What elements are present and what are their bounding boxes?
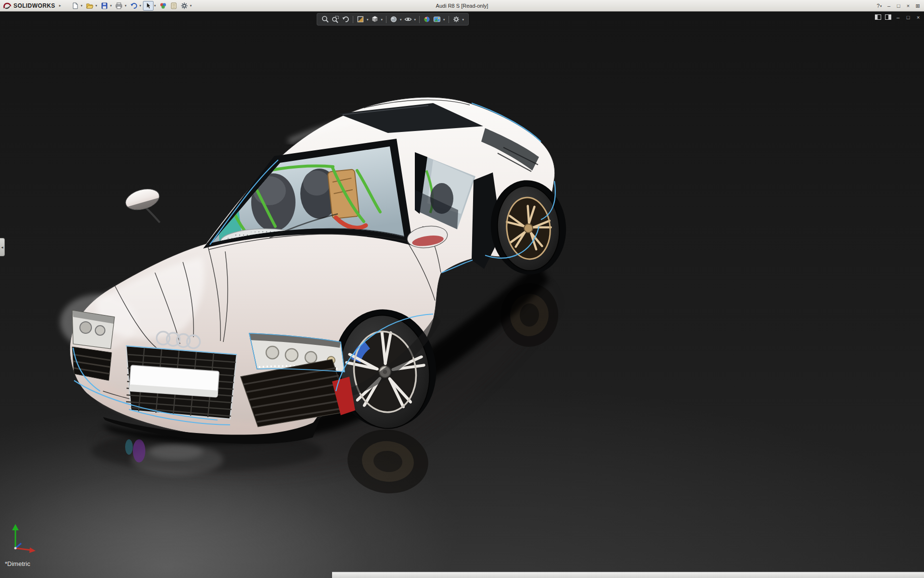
- zoom-fit-icon: [321, 15, 329, 23]
- options-gear-icon: [180, 2, 188, 10]
- edit-appearance-button[interactable]: [422, 14, 432, 25]
- feature-panel-collapse-tab[interactable]: ◄: [0, 238, 5, 256]
- pane-left-icon: [875, 14, 881, 20]
- view-orientation-button[interactable]: [370, 14, 380, 25]
- select-cursor-icon: [144, 2, 152, 10]
- zoom-to-fit-button[interactable]: [321, 14, 330, 25]
- dropdown-caret[interactable]: ▾: [414, 18, 416, 21]
- view-settings-icon: [452, 15, 460, 23]
- toolbar-separator: [386, 16, 386, 23]
- apply-scene-button[interactable]: [432, 14, 442, 25]
- doc-pane-right-button[interactable]: [885, 13, 891, 21]
- dropdown-caret[interactable]: ▾: [125, 4, 127, 7]
- dropdown-caret[interactable]: ▾: [367, 18, 369, 21]
- dropdown-caret[interactable]: ▾: [154, 4, 156, 7]
- undo-button[interactable]: [128, 1, 139, 11]
- toolbar-separator: [449, 16, 449, 23]
- app-titlebar: SOLIDWORKS ▸ ▾ ▾: [0, 0, 924, 12]
- toolbar-separator: [353, 16, 353, 23]
- pane-right-icon: [885, 14, 891, 20]
- new-document-icon: [71, 2, 79, 10]
- dropdown-caret[interactable]: ▾: [140, 4, 141, 7]
- heads-up-toolbar: ▾ ▾ ▾: [317, 13, 469, 26]
- edit-color-icon: [159, 2, 167, 10]
- zoom-area-icon: [332, 15, 339, 23]
- dropdown-caret[interactable]: ▾: [110, 4, 112, 7]
- dropdown-caret[interactable]: ▾: [95, 4, 97, 7]
- display-style-icon: [390, 15, 398, 23]
- help-button[interactable]: ? ▾: [875, 1, 884, 10]
- document-window-controls: – □ ×: [874, 13, 922, 21]
- status-strip: [332, 572, 924, 578]
- orientation-label: *Dimetric: [5, 560, 30, 567]
- zoom-to-area-button[interactable]: [331, 14, 340, 25]
- previous-view-button[interactable]: [341, 14, 350, 25]
- appearance-ball-icon: [423, 15, 431, 23]
- minimize-button[interactable]: –: [885, 1, 893, 10]
- doc-pane-left-button[interactable]: [874, 13, 881, 21]
- toolbar-separator: [419, 16, 420, 23]
- brand-text: SOLIDWORKS: [13, 2, 55, 9]
- help-icon: ?: [877, 3, 880, 9]
- 3ds-logo-icon: [3, 2, 12, 10]
- print-button[interactable]: [114, 1, 124, 11]
- solidworks-window: SOLIDWORKS ▸ ▾ ▾: [0, 0, 924, 578]
- section-view-button[interactable]: [356, 14, 365, 25]
- save-button[interactable]: [99, 1, 110, 11]
- open-button[interactable]: [84, 1, 95, 11]
- select-button[interactable]: [143, 1, 154, 11]
- reference-triad: [7, 520, 40, 554]
- dropdown-caret[interactable]: ▾: [443, 18, 445, 21]
- eye-icon: [404, 15, 412, 23]
- main-toolbar: ▾ ▾ ▾: [70, 1, 194, 11]
- save-floppy-icon: [101, 2, 108, 10]
- left-headlight: [72, 310, 115, 349]
- doc-restore-button[interactable]: □: [905, 13, 911, 21]
- dropdown-caret[interactable]: ▾: [190, 4, 192, 7]
- menu-expand-icon[interactable]: ▸: [59, 3, 61, 8]
- dropdown-caret[interactable]: ▾: [462, 18, 464, 21]
- layout-button[interactable]: ⊞: [913, 1, 922, 10]
- close-button[interactable]: ×: [904, 1, 912, 10]
- window-title: Audi R8 S [Read-only]: [436, 3, 488, 9]
- display-style-button[interactable]: [389, 14, 398, 25]
- restore-button[interactable]: □: [894, 1, 903, 10]
- design-binder-button[interactable]: [168, 1, 179, 11]
- doc-close-button[interactable]: ×: [915, 13, 922, 21]
- options-button[interactable]: [179, 1, 190, 11]
- new-document-button[interactable]: [70, 1, 80, 11]
- dropdown-caret[interactable]: ▾: [400, 18, 402, 21]
- scene-icon: [433, 15, 441, 23]
- dropdown-caret: ▾: [880, 4, 882, 8]
- hide-show-items-button[interactable]: [403, 14, 413, 25]
- undo-icon: [130, 2, 138, 10]
- view-cube-icon: [371, 15, 379, 23]
- dropdown-caret[interactable]: ▾: [81, 4, 83, 7]
- view-settings-button[interactable]: [451, 14, 461, 25]
- doc-minimize-button[interactable]: –: [895, 13, 901, 21]
- section-view-icon: [357, 15, 364, 23]
- 3d-model-view[interactable]: [0, 12, 924, 578]
- dropdown-caret[interactable]: ▾: [381, 18, 383, 21]
- solidworks-logo[interactable]: SOLIDWORKS ▸: [0, 2, 61, 10]
- edit-color-button[interactable]: [158, 1, 168, 11]
- graphics-viewport[interactable]: ▾ ▾ ▾: [0, 12, 924, 578]
- print-icon: [115, 2, 123, 10]
- window-controls: ? ▾ – □ × ⊞: [875, 0, 922, 12]
- design-binder-icon: [170, 2, 178, 10]
- previous-view-icon: [342, 15, 349, 23]
- open-folder-icon: [86, 2, 93, 10]
- left-mirror: [123, 185, 162, 223]
- car-model: [60, 97, 570, 444]
